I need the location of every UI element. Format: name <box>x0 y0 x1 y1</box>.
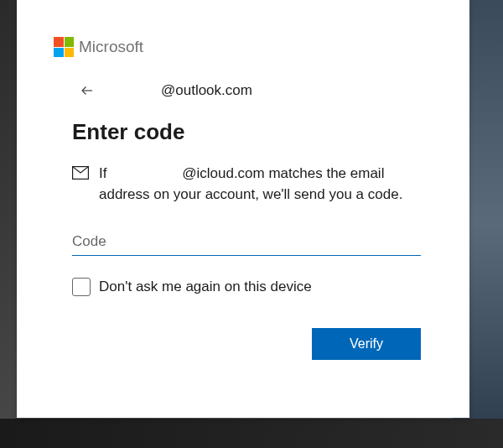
instruction-prefix: If <box>99 165 106 181</box>
microsoft-logo-icon <box>54 37 74 57</box>
back-arrow-icon[interactable] <box>77 81 97 101</box>
brand-header: Microsoft <box>54 37 433 57</box>
remember-device-label: Don't ask me again on this device <box>99 279 312 295</box>
sign-in-dialog: Microsoft @outlook.com Enter code If @ic… <box>17 0 469 418</box>
mail-icon <box>72 166 89 183</box>
remember-device-row: Don't ask me again on this device <box>54 278 433 296</box>
instruction-text: If @icloud.com matches the email address… <box>99 164 421 205</box>
email-display: @outlook.com <box>109 82 252 99</box>
code-input[interactable] <box>72 228 421 256</box>
instruction-row: If @icloud.com matches the email address… <box>54 164 433 205</box>
remember-device-checkbox[interactable] <box>72 278 91 296</box>
page-title: Enter code <box>54 119 433 145</box>
identity-row: @outlook.com <box>54 81 433 101</box>
brand-name: Microsoft <box>79 38 143 56</box>
verify-button[interactable]: Verify <box>312 328 421 360</box>
background-decoration-bottom <box>0 419 503 448</box>
action-buttons: Verify <box>54 328 433 360</box>
